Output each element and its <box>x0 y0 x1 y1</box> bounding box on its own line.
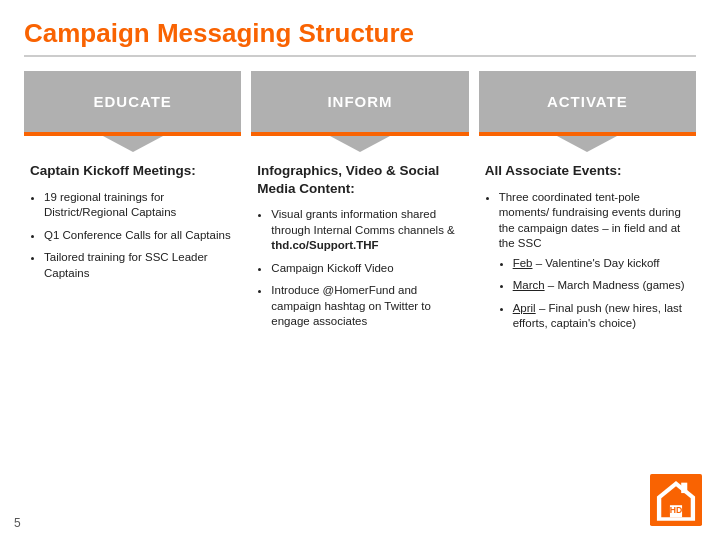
page-number: 5 <box>14 516 21 530</box>
svg-text:HD: HD <box>670 505 683 515</box>
svg-rect-5 <box>681 483 687 493</box>
inform-list: Visual grants information shared through… <box>257 207 462 330</box>
list-item: Tailored training for SSC Leader Captain… <box>44 250 235 281</box>
march-label: March <box>513 279 545 291</box>
sub-list-item: March – March Madness (games) <box>513 278 690 294</box>
april-label: April <box>513 302 536 314</box>
educate-arrow <box>103 136 163 152</box>
educate-list: 19 regional trainings for District/Regio… <box>30 190 235 282</box>
activate-header: ACTIVATE <box>479 71 696 132</box>
page-title: Campaign Messaging Structure <box>24 18 414 49</box>
educate-body: Captain Kickoff Meetings: 19 regional tr… <box>24 152 241 528</box>
list-item: Campaign Kickoff Video <box>271 261 462 277</box>
header: Campaign Messaging Structure <box>24 18 696 55</box>
feb-label: Feb <box>513 257 533 269</box>
activate-arrow <box>557 136 617 152</box>
inform-bold-link: thd.co/Support.THF <box>271 239 378 251</box>
list-item: Introduce @HomerFund and campaign hashta… <box>271 283 462 330</box>
page: Campaign Messaging Structure EDUCATE Cap… <box>0 0 720 540</box>
activate-list: Three coordinated tent-pole moments/ fun… <box>485 190 690 332</box>
list-item: Three coordinated tent-pole moments/ fun… <box>499 190 690 332</box>
activate-intro: Three coordinated tent-pole moments/ fun… <box>499 191 681 250</box>
activate-column: ACTIVATE All Associate Events: Three coo… <box>479 71 696 528</box>
march-text: – March Madness (games) <box>548 279 685 291</box>
inform-header: INFORM <box>251 71 468 132</box>
educate-header: EDUCATE <box>24 71 241 132</box>
inform-arrow <box>330 136 390 152</box>
educate-column: EDUCATE Captain Kickoff Meetings: 19 reg… <box>24 71 241 528</box>
inform-body: Infographics, Video & Social Media Conte… <box>251 152 468 528</box>
educate-subtitle: Captain Kickoff Meetings: <box>30 162 235 180</box>
home-depot-logo-icon: HD <box>650 474 702 526</box>
columns-container: EDUCATE Captain Kickoff Meetings: 19 reg… <box>24 71 696 528</box>
list-item: 19 regional trainings for District/Regio… <box>44 190 235 221</box>
logo-area: HD <box>650 474 702 530</box>
title-divider <box>24 55 696 57</box>
feb-text: – Valentine's Day kickoff <box>536 257 660 269</box>
list-item: Q1 Conference Calls for all Captains <box>44 228 235 244</box>
inform-subtitle: Infographics, Video & Social Media Conte… <box>257 162 462 197</box>
april-text: – Final push (new hires, last efforts, c… <box>513 302 682 330</box>
list-item: Visual grants information shared through… <box>271 207 462 254</box>
activate-body: All Associate Events: Three coordinated … <box>479 152 696 528</box>
inform-column: INFORM Infographics, Video & Social Medi… <box>251 71 468 528</box>
activate-subtitle: All Associate Events: <box>485 162 690 180</box>
activate-sub-list: Feb – Valentine's Day kickoff March – Ma… <box>499 256 690 332</box>
sub-list-item: Feb – Valentine's Day kickoff <box>513 256 690 272</box>
sub-list-item: April – Final push (new hires, last effo… <box>513 301 690 332</box>
